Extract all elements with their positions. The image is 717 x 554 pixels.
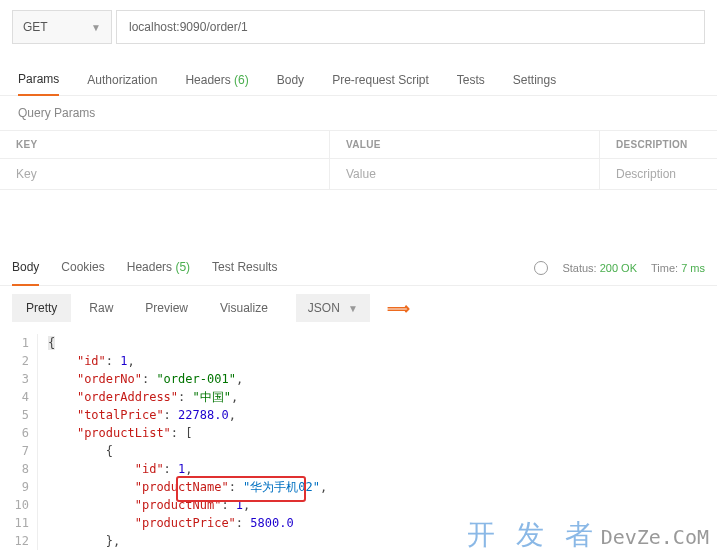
url-input[interactable] xyxy=(116,10,705,44)
tab-body[interactable]: Body xyxy=(277,65,304,95)
view-preview[interactable]: Preview xyxy=(131,294,202,322)
tab-headers-label: Headers xyxy=(185,73,230,87)
http-method-select[interactable]: GET ▼ xyxy=(12,10,112,44)
params-input-row: Key Value Description xyxy=(0,159,717,190)
line-gutter: 123456789101112 xyxy=(0,334,38,550)
watermark: 开 发 者 DevZe.CoM xyxy=(467,526,709,546)
resp-tab-cookies[interactable]: Cookies xyxy=(61,250,104,285)
chevron-down-icon: ▼ xyxy=(91,22,101,33)
params-table: KEY VALUE DESCRIPTION Key Value Descript… xyxy=(0,130,717,190)
code-content[interactable]: { "id": 1, "orderNo": "order-001", "orde… xyxy=(38,334,717,550)
response-tabs: Body Cookies Headers (5) Test Results xyxy=(12,250,277,285)
col-description: DESCRIPTION xyxy=(600,131,717,158)
format-label: JSON xyxy=(308,301,340,315)
tab-settings[interactable]: Settings xyxy=(513,65,556,95)
view-pretty[interactable]: Pretty xyxy=(12,294,71,322)
headers-count: (6) xyxy=(234,73,249,87)
globe-icon[interactable] xyxy=(534,261,548,275)
resp-tab-body[interactable]: Body xyxy=(12,250,39,286)
view-visualize[interactable]: Visualize xyxy=(206,294,282,322)
response-status: Status: 200 OK Time: 7 ms xyxy=(534,261,705,275)
params-header-row: KEY VALUE DESCRIPTION xyxy=(0,131,717,159)
wrap-icon: ⟹ xyxy=(387,299,410,318)
status-label: Status: xyxy=(562,262,596,274)
tab-tests[interactable]: Tests xyxy=(457,65,485,95)
col-key: KEY xyxy=(0,131,330,158)
time-label: Time: xyxy=(651,262,678,274)
chevron-down-icon: ▼ xyxy=(348,303,358,314)
tab-prerequest[interactable]: Pre-request Script xyxy=(332,65,429,95)
resp-tab-tests[interactable]: Test Results xyxy=(212,250,277,285)
wrap-lines-button[interactable]: ⟹ xyxy=(384,295,414,321)
tab-authorization[interactable]: Authorization xyxy=(87,65,157,95)
resp-headers-label: Headers xyxy=(127,260,172,274)
key-input[interactable]: Key xyxy=(0,159,330,189)
description-input[interactable]: Description xyxy=(600,159,717,189)
format-select[interactable]: JSON ▼ xyxy=(296,294,370,322)
request-tabs: Params Authorization Headers (6) Body Pr… xyxy=(0,64,717,96)
query-params-heading: Query Params xyxy=(0,96,717,130)
time-value: 7 ms xyxy=(681,262,705,274)
resp-headers-count: (5) xyxy=(175,260,190,274)
resp-tab-headers[interactable]: Headers (5) xyxy=(127,250,190,285)
http-method-label: GET xyxy=(23,20,48,34)
col-value: VALUE xyxy=(330,131,600,158)
response-body: 123456789101112 { "id": 1, "orderNo": "o… xyxy=(0,330,717,550)
tab-headers[interactable]: Headers (6) xyxy=(185,65,248,95)
view-raw[interactable]: Raw xyxy=(75,294,127,322)
value-input[interactable]: Value xyxy=(330,159,600,189)
view-toolbar: Pretty Raw Preview Visualize JSON ▼ ⟹ xyxy=(0,286,717,330)
tab-params[interactable]: Params xyxy=(18,64,59,96)
status-value: 200 OK xyxy=(600,262,637,274)
